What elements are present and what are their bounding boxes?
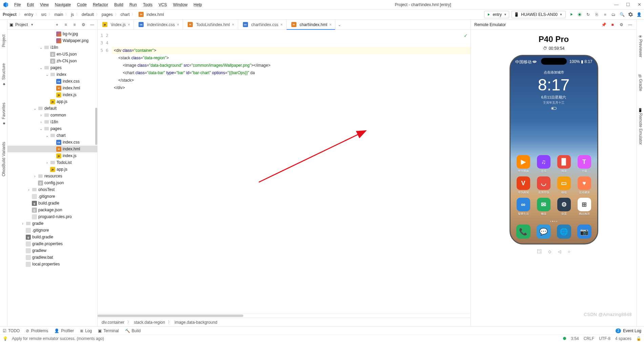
gear-icon[interactable]: ⚙ xyxy=(618,22,624,28)
collapse-all-button[interactable]: ≡ xyxy=(71,22,78,28)
tree-row[interactable]: ⌄pages xyxy=(7,125,97,132)
editor-body[interactable]: 1 2 3 4 5 6 <div class="container"> <sta… xyxy=(98,30,471,314)
tree-row[interactable]: build.gradle xyxy=(7,200,97,207)
bottom-tab-problems[interactable]: ⊘ Problems xyxy=(26,328,48,333)
line-ending[interactable]: CRLF xyxy=(584,336,594,341)
pin-icon[interactable]: 📌 xyxy=(601,22,607,28)
right-tab-previewer[interactable]: 👁 Previewer xyxy=(638,33,643,59)
phone-app[interactable]: ▶华为视频 xyxy=(515,155,532,173)
editor-tab[interactable]: chart\index.css× xyxy=(238,20,287,29)
editor-hscroll[interactable] xyxy=(98,314,471,318)
menu-refactor[interactable]: Refactor xyxy=(90,2,111,8)
tree-row[interactable]: gradlew.bat xyxy=(7,254,97,261)
menu-navigate[interactable]: Navigate xyxy=(52,2,74,8)
file-encoding[interactable]: UTF-8 xyxy=(599,336,610,341)
sync-button[interactable]: 🗂 xyxy=(610,12,617,18)
hide-button[interactable]: — xyxy=(627,22,633,28)
tree-row[interactable]: ›ohosTest xyxy=(7,186,97,193)
twist-icon[interactable]: ⌄ xyxy=(45,134,49,137)
tree-row[interactable]: index.js xyxy=(7,152,97,159)
menu-window[interactable]: Window xyxy=(170,2,190,8)
debug-button[interactable] xyxy=(577,12,583,18)
twist-icon[interactable]: ⌄ xyxy=(39,46,43,49)
tree-row[interactable]: ›resources xyxy=(7,173,97,179)
editor-tab[interactable]: index\index.css× xyxy=(134,20,183,29)
menu-help[interactable]: Help xyxy=(191,2,205,8)
crumb-js[interactable]: js xyxy=(70,12,75,17)
code-area[interactable]: <div class="container"> <stack class="da… xyxy=(112,30,471,314)
left-tab-favorites[interactable]: ★ Favorites xyxy=(1,101,6,127)
tree-row[interactable]: ›common xyxy=(7,112,97,119)
stop-emulator-button[interactable]: ■ xyxy=(609,22,616,28)
run-config-combo[interactable]: entry ▼ xyxy=(484,11,509,18)
bottom-tab-build[interactable]: 🔨 Build xyxy=(125,328,141,333)
tree-row[interactable]: index.hml xyxy=(7,146,97,152)
phone-app[interactable]: ▭钱包 xyxy=(556,176,572,194)
tree-row[interactable]: Wallpaper.png xyxy=(7,37,97,44)
bottom-tab-profiler[interactable]: 👤 Profiler xyxy=(54,328,74,333)
editor-tab[interactable]: chart\index.hml× xyxy=(287,20,335,29)
menu-edit[interactable]: Edit xyxy=(24,2,37,8)
chevron-down-icon[interactable]: ▼ xyxy=(30,23,34,26)
crumb-chart[interactable]: chart xyxy=(120,12,130,17)
dock-app[interactable]: 💬 xyxy=(537,225,551,239)
tree-row[interactable]: .gitignore xyxy=(7,227,97,234)
tabs-overflow-button[interactable]: ⌄ xyxy=(335,20,344,29)
account-button[interactable]: 👤 xyxy=(636,12,642,18)
tab-close-icon[interactable]: × xyxy=(128,22,130,27)
tree-row[interactable]: gradle.properties xyxy=(7,240,97,247)
dock-app[interactable]: 🌐 xyxy=(557,225,571,239)
tree-scroll-thumb[interactable] xyxy=(95,108,97,145)
close-icon[interactable]: ✕ xyxy=(638,2,641,7)
phone-app[interactable]: ⊞精品推荐 xyxy=(576,198,593,216)
left-tab-project[interactable]: Project xyxy=(1,33,6,48)
phone-app[interactable]: ♥运动健康 xyxy=(576,176,593,194)
tree-row[interactable]: en-US.json xyxy=(7,51,97,58)
right-tab-gradle[interactable]: 🐘 Gradle xyxy=(638,72,643,92)
tree-row[interactable]: ⌄index xyxy=(7,71,97,78)
right-tab-emulator[interactable]: 📱 Remote Emulator xyxy=(638,106,643,146)
tree-row[interactable]: ⌄i18n xyxy=(7,44,97,51)
tree-row[interactable]: local.properties xyxy=(7,261,97,268)
tree-row[interactable]: index.js xyxy=(7,91,97,98)
phone-app[interactable]: ◡应用市场 xyxy=(536,176,552,194)
tree-row[interactable]: index.css xyxy=(7,78,97,85)
emulator-screen[interactable]: 中国移动 🗢 100% ▮ 8:17 点击添加城市 8:17 6月11日星期六 … xyxy=(510,55,598,244)
tree-row[interactable]: build.gradle xyxy=(7,234,97,240)
tree-row[interactable]: index.hml xyxy=(7,85,97,91)
search-everywhere-button[interactable]: 🔍 xyxy=(619,12,625,18)
tree-row[interactable]: ⌄chart xyxy=(7,132,97,139)
tab-close-icon[interactable]: × xyxy=(177,22,179,27)
twist-icon[interactable]: › xyxy=(27,188,30,192)
gear-icon[interactable]: ⚙ xyxy=(80,22,86,28)
tree-row[interactable]: bg-tv.jpg xyxy=(7,30,97,37)
twist-icon[interactable]: › xyxy=(39,120,43,124)
phone-app[interactable]: ∞智慧生活 xyxy=(515,198,532,216)
menu-view[interactable]: View xyxy=(37,2,51,8)
phone-app[interactable]: ▉阅读 xyxy=(556,155,572,173)
tree-row[interactable]: proguard-rules.pro xyxy=(7,213,97,220)
menu-run[interactable]: Run xyxy=(127,2,140,8)
bottom-tab-todo[interactable]: ☑ TODO xyxy=(3,328,20,333)
twist-icon[interactable]: ⌄ xyxy=(39,66,43,70)
tree-row[interactable]: ›i18n xyxy=(7,119,97,125)
lock-icon[interactable]: 🔓 xyxy=(636,336,641,341)
structure-crumb[interactable]: stack.data-region xyxy=(134,320,165,325)
locate-button[interactable]: ⌖ xyxy=(54,22,60,28)
twist-icon[interactable]: ⌄ xyxy=(33,107,37,110)
stop-button[interactable]: ■ xyxy=(602,12,608,18)
bottom-tab-log[interactable]: ≣ Log xyxy=(80,328,92,333)
structure-crumb[interactable]: div.container xyxy=(102,320,124,325)
event-log-button[interactable]: Event Log xyxy=(623,328,641,333)
menu-build[interactable]: Build xyxy=(111,2,126,8)
crumb-project[interactable]: Project xyxy=(2,12,17,17)
twist-icon[interactable]: › xyxy=(45,161,49,165)
twist-icon[interactable]: ⌄ xyxy=(45,73,49,77)
coverage-button[interactable]: ↻ xyxy=(585,12,591,18)
crumb-main[interactable]: main xyxy=(54,12,64,17)
twist-icon[interactable]: ⌄ xyxy=(39,127,43,131)
profile-button[interactable]: ⎘ xyxy=(594,12,600,18)
crumb-file[interactable]: index.hml xyxy=(137,12,164,17)
menu-vcs[interactable]: VCS xyxy=(156,2,170,8)
tree-row[interactable]: gradlew xyxy=(7,247,97,254)
